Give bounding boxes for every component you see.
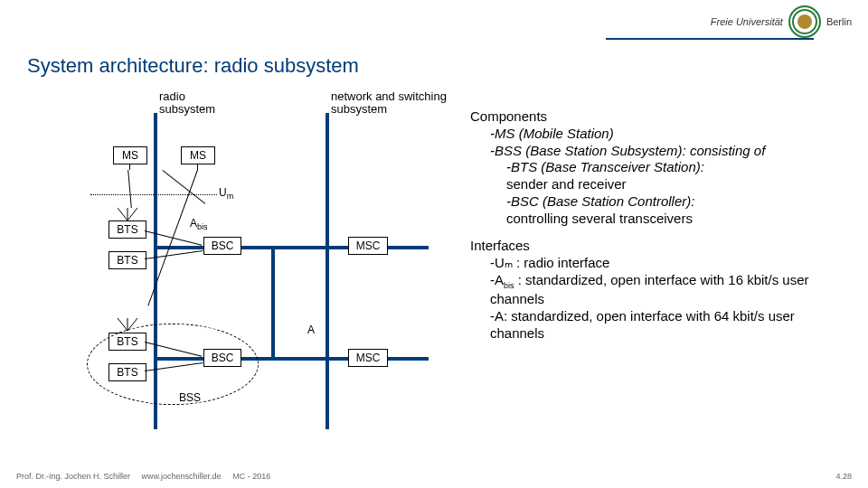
interfaces-a: -A: standardized, open interface with 64… xyxy=(470,308,850,343)
header-rule xyxy=(606,38,814,40)
svg-line-1 xyxy=(127,208,137,221)
svg-line-3 xyxy=(118,318,127,331)
bts-node-1: BTS xyxy=(108,221,146,239)
spacer xyxy=(470,227,850,238)
components-ms: -MS (Mobile Station) xyxy=(470,126,850,143)
text: controlling several transceivers xyxy=(506,211,693,226)
text: m xyxy=(227,192,234,201)
bus-top xyxy=(157,246,429,249)
components-heading: Components xyxy=(470,108,850,126)
text: subsystem xyxy=(159,102,215,116)
architecture-diagram: radio subsystem network and switching su… xyxy=(63,90,461,434)
um-interface-line xyxy=(90,194,217,195)
nss-label: network and switching subsystem xyxy=(331,90,476,117)
text: -BTS (Base Transceiver Station): xyxy=(506,159,704,174)
text: network and switching xyxy=(331,89,447,103)
um-label: Um xyxy=(219,186,233,201)
footer-author: Prof. Dr.-Ing. Jochen H. Schiller xyxy=(16,472,130,481)
logo-left-text: Freie Universität xyxy=(711,16,783,27)
interfaces-heading: Interfaces xyxy=(470,238,850,255)
bts-node-2: BTS xyxy=(108,251,146,269)
text: subsystem xyxy=(331,102,387,116)
seal-icon xyxy=(788,5,821,38)
ms1-stub xyxy=(129,164,130,170)
abis-label: Abis xyxy=(190,217,208,231)
text: bis xyxy=(197,222,208,231)
footer-left: Prof. Dr.-Ing. Jochen H. Schiller www.jo… xyxy=(16,472,270,481)
footer-course: MC - 2016 xyxy=(232,472,270,481)
ms1-radio xyxy=(127,170,132,208)
footer: Prof. Dr.-Ing. Jochen H. Schiller www.jo… xyxy=(16,472,852,481)
text: -MS (Mobile Station) xyxy=(490,126,614,141)
antenna-icon xyxy=(118,208,137,221)
msc-node-1: MSC xyxy=(348,237,388,255)
page-title: System architecture: radio subsystem xyxy=(27,54,359,78)
msc-node-2: MSC xyxy=(348,349,388,367)
nss-boundary-line xyxy=(326,113,329,429)
logo: Freie Universität Berlin xyxy=(711,5,852,38)
interfaces-um: -Uₘ : radio interface xyxy=(470,255,850,272)
svg-line-0 xyxy=(118,208,127,221)
content-text: Components -MS (Mobile Station) -BSS (Ba… xyxy=(470,108,850,342)
text: A xyxy=(190,217,197,230)
components-bsc: -BSC (Base Station Controller): controll… xyxy=(470,193,850,228)
bus-vertical-link xyxy=(271,249,275,357)
components-bts: -BTS (Base Transceiver Station): sender … xyxy=(470,159,850,193)
header: Freie Universität Berlin xyxy=(0,0,868,43)
text: radio xyxy=(159,89,185,103)
logo-right-text: Berlin xyxy=(826,16,852,27)
bsc-node-1: BSC xyxy=(203,237,241,255)
text: sender and receiver xyxy=(506,176,627,192)
bss-boundary xyxy=(87,324,259,405)
interfaces-abis: -Abis : standardized, open interface wit… xyxy=(470,272,850,308)
components-bss: -BSS (Base Station Subsystem): consistin… xyxy=(470,143,850,160)
footer-url: www.jochenschiller.de xyxy=(142,472,222,481)
text: -BSC (Base Station Controller): xyxy=(506,193,694,209)
footer-page: 4.28 xyxy=(835,472,852,481)
text: -BSS (Base Station Subsystem): consistin… xyxy=(490,143,765,158)
text: bis xyxy=(504,281,514,290)
radio-subsystem-label: radio subsystem xyxy=(159,90,231,117)
bss-label: BSS xyxy=(179,392,201,404)
text: : standardized, open interface with 16 k… xyxy=(490,272,809,306)
ms-node-1: MS xyxy=(113,146,147,164)
text: U xyxy=(219,186,227,199)
ms2-radio1 xyxy=(162,170,205,204)
a-label: A xyxy=(307,324,315,336)
text: -A xyxy=(490,272,504,287)
ms-node-2: MS xyxy=(181,146,215,164)
